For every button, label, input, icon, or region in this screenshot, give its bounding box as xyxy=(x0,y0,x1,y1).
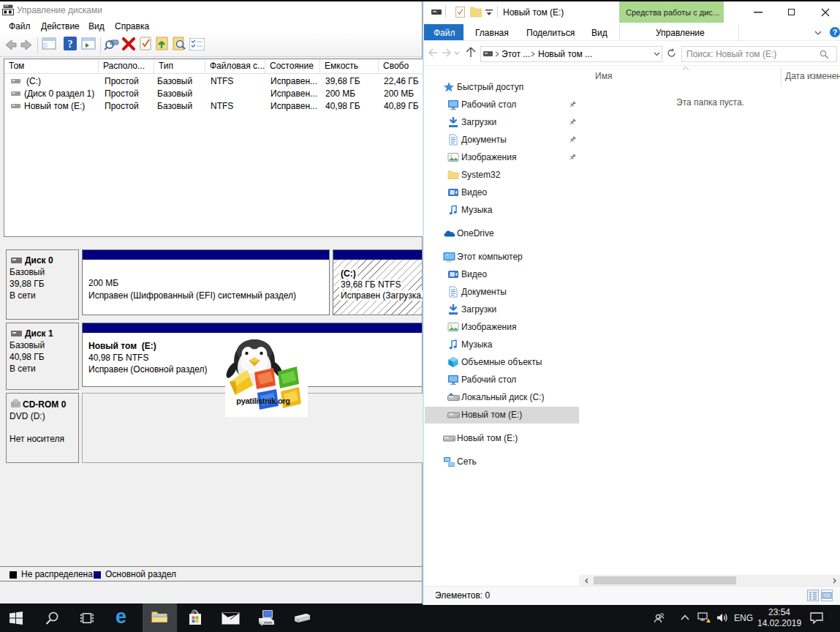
svg-text:pyatilistnik.org: pyatilistnik.org xyxy=(236,396,290,405)
svg-text:?: ? xyxy=(68,39,73,50)
